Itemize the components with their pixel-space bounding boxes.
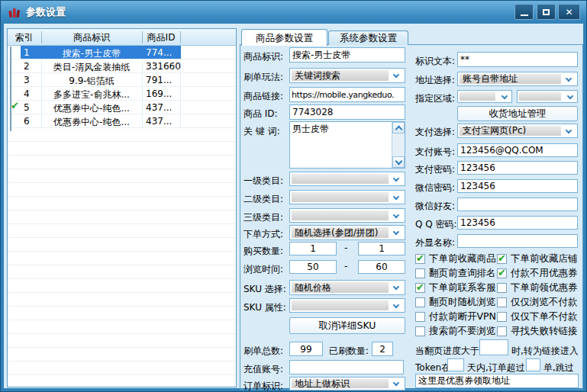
option-no-browse-before-search[interactable]: 搜索前不要浏览	[415, 325, 496, 337]
checkbox[interactable]	[497, 312, 507, 322]
sku-attr-dropdown[interactable]	[289, 298, 405, 313]
chevron-down-icon	[393, 301, 399, 307]
checkbox[interactable]	[497, 268, 507, 278]
display-name-label: 外显名称:	[415, 236, 455, 249]
option-get-coupon[interactable]: 下单前领优惠券	[497, 281, 578, 294]
keyword-scrollbar[interactable]	[392, 122, 405, 168]
view-time-to-input[interactable]	[358, 260, 405, 274]
tab-product-params[interactable]: 商品参数设置	[241, 29, 327, 46]
pay-account-label: 支付账号:	[415, 146, 455, 159]
order-mode-dropdown[interactable]: 随机选择(参团/拼团)	[289, 225, 405, 240]
chevron-down-icon	[393, 175, 399, 181]
minimize-button[interactable]	[514, 4, 534, 20]
table-row[interactable]: 1 搜索-男士皮带 774...	[8, 46, 236, 59]
scroll-up-icon[interactable]	[392, 122, 405, 133]
product-link-input[interactable]	[289, 87, 405, 102]
row-checkbox[interactable]	[10, 115, 11, 131]
pay-password-label: 支付密码:	[415, 163, 455, 176]
category1-label: 一级类目:	[244, 175, 283, 188]
category1-dropdown[interactable]	[289, 172, 405, 186]
play-mode-label: 刷单玩法:	[244, 71, 283, 84]
recharge-account-label: 充值账号:	[244, 363, 283, 376]
token-days-input[interactable]	[447, 358, 464, 371]
checkbox[interactable]	[415, 312, 425, 322]
table-row[interactable]: 5 优惠券中心-纯色... 437...	[8, 101, 236, 114]
table-row[interactable]: 4 多多进宝-俞兆林... 169...	[8, 87, 236, 101]
close-button[interactable]: ✕	[558, 4, 580, 20]
scroll-down-icon[interactable]	[392, 156, 405, 168]
order-tag-label: 订单标识:	[244, 380, 283, 392]
row-index: 2	[24, 61, 30, 72]
token-orders-input[interactable]	[526, 358, 540, 371]
keyword-label: 关 键 词:	[244, 125, 280, 138]
qq-password-input[interactable]	[457, 216, 578, 230]
checkbox[interactable]	[497, 326, 507, 336]
display-name-input[interactable]	[457, 234, 578, 248]
option-disconnect-vpn[interactable]: 付款前断开VPN	[415, 310, 496, 323]
cancel-detail-sku-button[interactable]: 取消详细SKU	[289, 317, 405, 334]
category2-value	[292, 192, 389, 202]
view-time-from-input[interactable]	[289, 260, 337, 274]
goods-id-input[interactable]	[289, 104, 405, 120]
product-mark-input[interactable]	[289, 47, 405, 63]
checkbox[interactable]	[415, 254, 425, 264]
checkbox-label: 下单前收藏店铺	[511, 252, 578, 265]
table-row[interactable]: 2 类目-清风金装抽纸 331660	[8, 59, 236, 73]
row-id: 437...	[146, 102, 172, 113]
option-query-rank[interactable]: 翻页前查询排名	[415, 267, 496, 279]
option-contact-service[interactable]: 下单前联系客服	[415, 281, 496, 294]
checkbox[interactable]	[497, 254, 507, 264]
option-favorite-shop[interactable]: 下单前收藏店铺	[497, 252, 578, 265]
coupon-url-input[interactable]	[415, 374, 579, 388]
address-manage-button[interactable]: 收货地址管理	[457, 106, 578, 121]
header-index: 索引	[8, 31, 41, 44]
quantity-to-input[interactable]	[358, 242, 405, 255]
table-row[interactable]: 3 9.9-铝箔纸 791...	[8, 73, 236, 87]
checkbox[interactable]	[415, 268, 425, 278]
category1-value	[292, 174, 389, 184]
option-browse-only[interactable]: 仅仅浏览不付款	[497, 296, 578, 308]
sku-attr-value	[292, 300, 389, 310]
checkbox[interactable]	[415, 283, 425, 293]
brush-total-input[interactable]	[289, 342, 323, 356]
maximize-button[interactable]	[537, 4, 556, 20]
option-no-coupon-pay[interactable]: 付款不用优惠券	[497, 267, 578, 279]
pay-account-input[interactable]	[457, 143, 578, 157]
tab-system-params[interactable]: 系统参数设置	[328, 31, 408, 45]
option-favorite-product[interactable]: 下单前收藏商品	[415, 252, 496, 265]
category2-dropdown[interactable]	[289, 190, 405, 204]
pay-select-dropdown[interactable]: 支付宝网页(Pc)	[457, 124, 578, 138]
option-order-no-pay[interactable]: 仅仅下单不付款	[497, 310, 578, 323]
checkbox[interactable]	[415, 297, 425, 307]
address-select-value: 账号自带地址	[460, 74, 561, 84]
option-random-browse[interactable]: 翻页时随机浏览	[415, 296, 496, 308]
checkbox[interactable]	[497, 297, 507, 307]
quantity-from-input[interactable]	[289, 242, 337, 255]
wechat-friend-input[interactable]	[457, 198, 578, 211]
address-select-dropdown[interactable]: 账号自带地址	[457, 72, 578, 86]
option-fail-to-link[interactable]: 寻找失败转链接	[497, 325, 578, 337]
order-tag-dropdown[interactable]: 地址上做标识	[289, 377, 405, 390]
play-mode-dropdown[interactable]: 关键词搜索	[289, 68, 405, 83]
region-city-value	[519, 92, 561, 101]
header-separator	[180, 31, 181, 43]
mark-text-input[interactable]	[457, 52, 578, 67]
checkbox-label: 翻页前查询排名	[429, 267, 496, 280]
token-p3-label: 单,跳过	[543, 361, 574, 374]
sku-select-dropdown[interactable]: 随机价格	[289, 280, 405, 295]
recharge-account-input[interactable]	[289, 360, 404, 374]
header-separator	[142, 31, 143, 43]
table-row[interactable]: 6 优惠券中心-纯色... 437...	[8, 114, 236, 128]
region-province-dropdown[interactable]	[457, 90, 512, 103]
row-id: 774...	[146, 47, 172, 58]
category3-dropdown[interactable]	[289, 208, 405, 223]
pay-password-input[interactable]	[457, 161, 578, 175]
region-city-dropdown[interactable]	[517, 90, 578, 103]
row-index: 1	[24, 47, 30, 58]
checkbox[interactable]	[415, 326, 425, 336]
keyword-textarea[interactable]: 男士皮带	[289, 121, 405, 169]
wechat-password-input[interactable]	[457, 179, 578, 193]
brushed-count-input[interactable]	[372, 342, 393, 356]
checkbox[interactable]	[497, 283, 507, 293]
progress-threshold-input[interactable]	[479, 339, 508, 355]
